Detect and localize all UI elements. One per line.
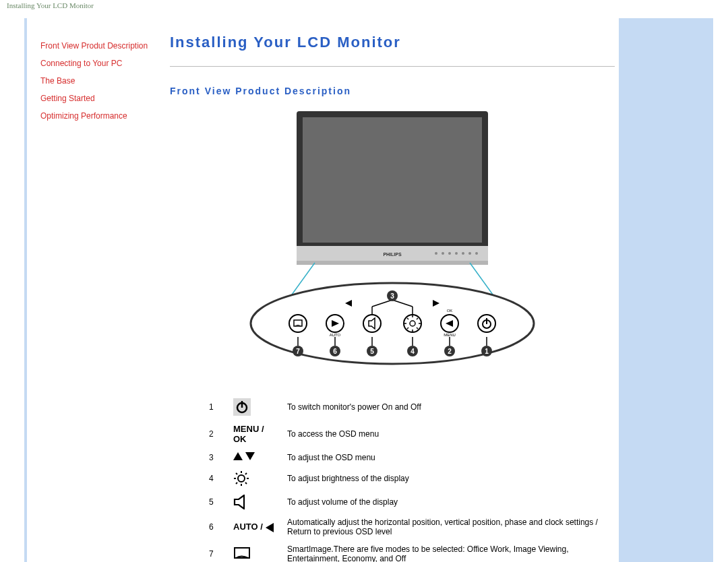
svg-text:MENU: MENU: [444, 333, 456, 337]
svg-point-66: [238, 475, 245, 482]
svg-point-6: [448, 252, 451, 255]
svg-line-74: [236, 482, 237, 484]
sidebar-item-connecting[interactable]: Connecting to Your PC: [40, 55, 162, 72]
legend-num-6: 6: [204, 513, 228, 540]
menu-ok-icon: MENU / OK: [228, 420, 282, 448]
page-header-text: Installing Your LCD Monitor: [0, 0, 728, 12]
svg-text:AUTO: AUTO: [330, 333, 341, 337]
svg-text:1: 1: [485, 348, 489, 355]
legend-num-2: 2: [204, 420, 228, 448]
decoration-left-stripe: [24, 18, 27, 562]
svg-rect-3: [297, 261, 488, 265]
legend-row: 6 AUTO / Automatically adjust the horizo…: [204, 513, 615, 540]
legend-row: 3 To adjust the OSD menu: [204, 448, 615, 466]
legend-desc: To switch monitor's power On and Off: [282, 394, 615, 420]
monitor-figure: PHILIPS: [234, 104, 551, 381]
legend-desc: To adjust volume of the display: [282, 491, 615, 513]
svg-text:6: 6: [333, 348, 337, 355]
legend-row: 2 MENU / OK To access the OSD menu: [204, 420, 615, 448]
svg-line-71: [236, 473, 237, 474]
sidebar-item-the-base[interactable]: The Base: [40, 72, 162, 90]
legend-desc: To adjust the OSD menu: [282, 448, 615, 466]
svg-line-72: [245, 482, 247, 484]
section-title: Front View Product Description: [170, 86, 615, 96]
decoration-right-stripe: [619, 18, 713, 562]
svg-point-10: [475, 252, 478, 255]
page-title: Installing Your LCD Monitor: [170, 34, 615, 51]
legend-table: 1 To switch monitor's power On and Off 2…: [204, 394, 615, 562]
brightness-icon: [228, 466, 282, 491]
svg-point-9: [468, 252, 471, 255]
svg-text:7: 7: [296, 348, 300, 355]
legend-num-1: 1: [204, 394, 228, 420]
svg-text:OK: OK: [447, 309, 453, 313]
legend-num-7: 7: [204, 540, 228, 562]
svg-text:4: 4: [411, 348, 415, 355]
legend-row: 5 To adjust volume of the display: [204, 491, 615, 513]
updown-arrows-icon: [228, 448, 282, 466]
svg-point-4: [435, 252, 437, 255]
svg-rect-1: [303, 117, 482, 243]
svg-point-5: [442, 252, 444, 255]
legend-desc: Automatically adjust the horizontal posi…: [282, 513, 615, 540]
legend-row: 1 To switch monitor's power On and Off: [204, 394, 615, 420]
legend-num-3: 3: [204, 448, 228, 466]
legend-desc: To adjust brightness of the display: [282, 466, 615, 491]
svg-line-73: [245, 473, 247, 474]
legend-num-4: 4: [204, 466, 228, 491]
legend-desc: To access the OSD menu: [282, 420, 615, 448]
sidebar-nav: Front View Produt Description Connecting…: [40, 37, 162, 125]
legend-row: 7 SmartImage.There are five modes to be …: [204, 540, 615, 562]
svg-text:2: 2: [448, 348, 452, 355]
legend-desc: SmartImage.There are five modes to be se…: [282, 540, 615, 562]
auto-icon: AUTO /: [228, 513, 282, 540]
legend-row: 4 To adjust brightness of the display: [204, 466, 615, 491]
svg-point-7: [455, 252, 458, 255]
brand-label: PHILIPS: [383, 252, 402, 257]
legend-num-5: 5: [204, 491, 228, 513]
svg-text:3: 3: [390, 292, 394, 300]
smartimage-icon: [228, 540, 282, 562]
divider: [170, 66, 615, 67]
sidebar-item-getting-started[interactable]: Getting Started: [40, 90, 162, 107]
sidebar-item-front-view[interactable]: Front View Produt Description: [40, 37, 162, 55]
sidebar-item-optimizing[interactable]: Optimizing Performance: [40, 107, 162, 125]
main-content: Installing Your LCD Monitor Front View P…: [170, 34, 615, 562]
power-icon: [228, 394, 282, 420]
volume-icon: [228, 491, 282, 513]
svg-point-8: [462, 252, 464, 255]
svg-text:5: 5: [370, 348, 374, 355]
